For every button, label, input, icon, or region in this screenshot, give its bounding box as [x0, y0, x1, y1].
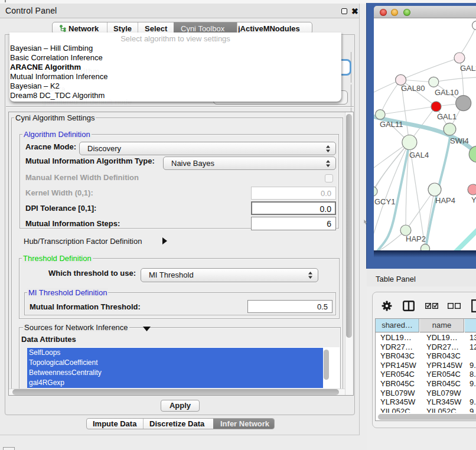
- svg-text:HAP4: HAP4: [435, 196, 455, 205]
- svg-text:HAP2: HAP2: [406, 234, 426, 243]
- svg-text:GAL2: GAL2: [460, 64, 476, 73]
- svg-text:SWI4: SWI4: [450, 136, 469, 145]
- svg-text:GAL1: GAL1: [437, 112, 457, 121]
- svg-text:Y: Y: [471, 195, 476, 204]
- svg-text:GAL80: GAL80: [401, 84, 425, 93]
- svg-text:GAL10: GAL10: [435, 88, 458, 97]
- svg-text:GAL4: GAL4: [409, 151, 429, 159]
- svg-text:GAL11: GAL11: [380, 120, 403, 129]
- svg-text:GCY1: GCY1: [374, 197, 395, 206]
